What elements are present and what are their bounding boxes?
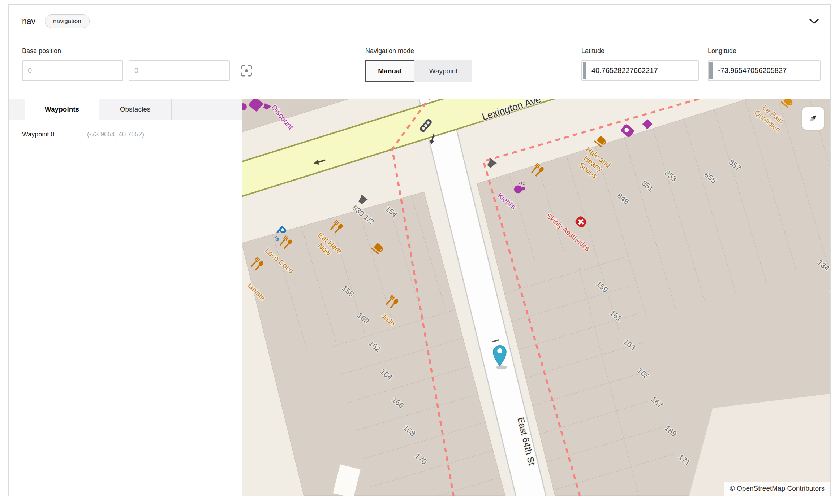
latitude-input[interactable] bbox=[581, 60, 699, 81]
latitude-label: Latitude bbox=[581, 47, 699, 55]
panel-title: nav bbox=[22, 17, 35, 26]
navigation-mode-group: Navigation mode Manual Waypoint bbox=[365, 47, 472, 82]
mode-manual-button[interactable]: Manual bbox=[365, 60, 414, 82]
navigation-mode-label: Navigation mode bbox=[365, 47, 472, 55]
tab-spacer bbox=[9, 99, 25, 120]
content-row: Waypoints Obstacles Waypoint 0 (-73.9654… bbox=[9, 99, 830, 496]
latitude-drag-handle[interactable] bbox=[583, 62, 586, 79]
longitude-input[interactable] bbox=[708, 60, 821, 81]
waypoint-name: Waypoint 0 bbox=[21, 131, 87, 138]
map-container: P % Lexington Ave East 64th St Discount … bbox=[242, 99, 830, 496]
navigation-mode-toggle: Manual Waypoint bbox=[365, 60, 472, 82]
base-position-group: Base position bbox=[22, 47, 253, 81]
tab-strip: Waypoints Obstacles bbox=[9, 99, 242, 120]
pick-on-map-button[interactable] bbox=[240, 64, 253, 77]
tab-filler bbox=[172, 99, 242, 120]
map-attribution: © OpenStreetMap Contributors bbox=[724, 482, 830, 496]
nav-panel: nav navigation Base position bbox=[8, 4, 831, 496]
navigation-badge: navigation bbox=[45, 14, 90, 28]
tab-obstacles[interactable]: Obstacles bbox=[99, 99, 172, 120]
base-position-x-input[interactable] bbox=[22, 60, 123, 81]
compass-button[interactable] bbox=[801, 106, 825, 131]
tab-waypoints[interactable]: Waypoints bbox=[25, 99, 99, 120]
crosshair-icon bbox=[240, 64, 253, 77]
waypoint-list-item[interactable]: Waypoint 0 (-73.9654, 40.7652) bbox=[21, 120, 233, 149]
longitude-label: Longitude bbox=[708, 47, 821, 55]
base-position-y-input[interactable] bbox=[129, 60, 230, 81]
longitude-drag-handle[interactable] bbox=[709, 62, 713, 79]
latitude-group: Latitude bbox=[581, 47, 699, 81]
chevron-down-icon bbox=[809, 18, 819, 25]
waypoint-coords: (-73.9654, 40.7652) bbox=[87, 131, 144, 138]
panel-header: nav navigation bbox=[9, 5, 830, 38]
collapse-button[interactable] bbox=[809, 18, 819, 25]
map-canvas[interactable]: P % Lexington Ave East 64th St Discount … bbox=[242, 99, 830, 496]
compass-needle-icon bbox=[804, 109, 822, 128]
waypoints-sidebar: Waypoints Obstacles Waypoint 0 (-73.9654… bbox=[9, 99, 242, 496]
base-position-label: Base position bbox=[22, 47, 253, 55]
mode-waypoint-button[interactable]: Waypoint bbox=[414, 60, 472, 82]
longitude-group: Longitude bbox=[708, 47, 821, 81]
